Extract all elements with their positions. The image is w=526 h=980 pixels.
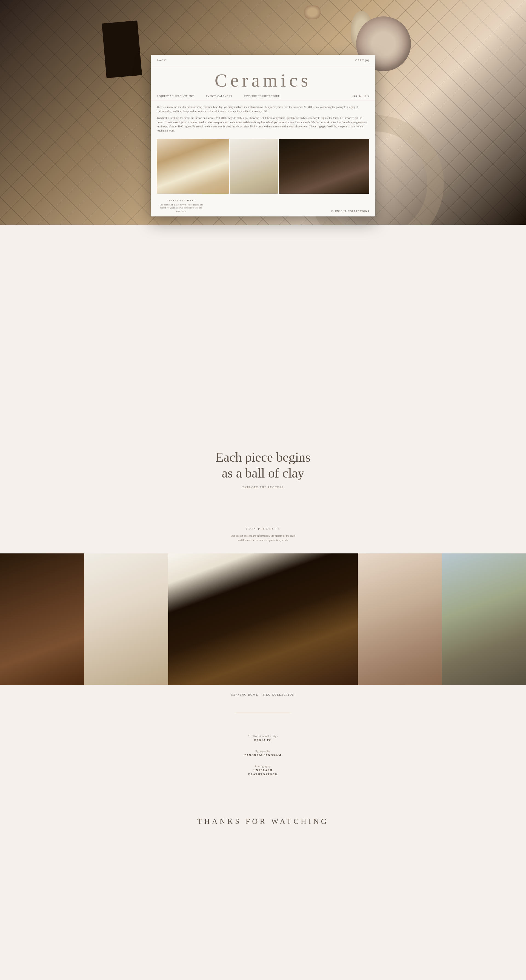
photography-value2: DEATHTOSTOCK [0,773,526,776]
nav-events[interactable]: EVENTS CALENDAR [206,95,232,97]
section-divider [235,713,291,713]
typography-value: PANGRAM PANGRAM [0,754,526,757]
tagline-title: Each piece begins as a ball of clay [0,449,526,481]
art-direction-label: Art direction and design [0,735,526,738]
tagline-line2: as a ball of clay [0,465,526,481]
nav-appointment[interactable]: REQUEST AN APPOINTMENT [157,95,194,97]
products-gallery [0,554,526,685]
icon-products-desc: Our design choices are informed by the h… [0,534,526,542]
hero-small-ceramics [304,5,321,19]
icon-products-section: ICON PRODUCTS Our design choices are inf… [0,511,526,554]
bowls-image [230,139,278,194]
icon-products-desc-1: Our design choices are informed by the h… [0,534,526,538]
page-content: Each piece begins as a ball of clay EXPL… [0,225,526,848]
credits-section: Art direction and design DARIA PO Typogr… [0,724,526,800]
card-content: There are many methods for manufacturing… [151,101,375,139]
photography-label: Photography [0,765,526,768]
crafted-caption: CRAFTED BY HAND Our palette of glazes ha… [157,199,206,213]
credit-typography: Typography PANGRAM PANGRAM [0,750,526,757]
serving-bowl-image [168,554,358,685]
crafted-title: CRAFTED BY HAND [157,199,206,202]
plate-image [84,554,168,685]
main-card: BACK CART (0) Ceramics REQUEST AN APPOIN… [151,55,375,216]
full-page: BACK CART (0) Ceramics REQUEST AN APPOIN… [0,0,526,848]
icon-products-title: ICON PRODUCTS [0,527,526,530]
photography-value1: UNSPLASH [0,769,526,772]
description-para1: There are many methods for manufacturing… [157,105,369,113]
back-button[interactable]: BACK [157,59,166,62]
vase-image [0,554,84,685]
credit-art-direction: Art direction and design DARIA PO [0,735,526,741]
cart-button[interactable]: CART (0) [355,59,369,62]
explore-process-link[interactable]: EXPLORE THE PROCESS [0,486,526,489]
card-nav: BACK CART (0) [151,55,375,66]
description-para2: Technically speaking, the pieces are thr… [157,116,369,133]
collections-caption: 13 UNIQUE COLLECTIONS [331,210,369,213]
tagline-line1: Each piece begins [0,449,526,465]
description-text: There are many methods for manufacturing… [157,105,369,135]
join-us-button[interactable]: JOIN US [352,94,369,99]
credit-photography: Photography UNSPLASH DEATHTOSTOCK [0,765,526,776]
thanks-title: THANKS FOR WATCHING [0,817,526,826]
subnav-bar: REQUEST AN APPOINTMENT EVENTS CALENDAR F… [151,92,375,101]
hero-dark-block [102,21,142,78]
dark-bowl-image [279,139,369,194]
sculpture-image [358,554,442,685]
pottery-wheel-image [157,139,229,194]
nav-links: REQUEST AN APPOINTMENT EVENTS CALENDAR F… [157,95,352,97]
nav-store[interactable]: FIND THE NEAREST STORE [245,95,280,97]
art-direction-value: DARIA PO [0,739,526,741]
icon-products-desc-2: and the innovative minds of present-day … [0,538,526,542]
card-images [151,139,375,197]
crafted-subtitle: Our palette of glazes have been collecte… [157,203,206,213]
thanks-section: THANKS FOR WATCHING [0,800,526,848]
typography-label: Typography [0,750,526,752]
dried-plant-image [442,554,526,685]
collections-label: 13 UNIQUE COLLECTIONS [331,210,369,213]
card-footer: CRAFTED BY HAND Our palette of glazes ha… [151,197,375,216]
page-title: Ceramics [151,66,375,92]
product-label: SERVING BOWL – SILO COLLECTION [0,685,526,702]
tagline-section: Each piece begins as a ball of clay EXPL… [0,422,526,511]
